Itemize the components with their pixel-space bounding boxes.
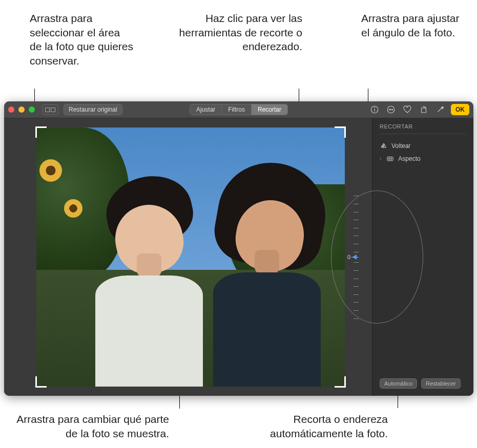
crop-handle-top-left[interactable] — [35, 126, 47, 138]
photo-preview[interactable] — [36, 127, 345, 387]
edit-mode-tabs: Ajustar Filtros Recortar — [190, 104, 288, 115]
aspect-row[interactable]: › Aspecto — [380, 152, 466, 165]
auto-crop-button[interactable]: Automático — [380, 378, 417, 389]
crop-frame[interactable] — [36, 127, 345, 387]
angle-pointer-icon — [352, 254, 357, 260]
aspect-icon — [386, 155, 394, 162]
svg-rect-7 — [422, 108, 426, 113]
tab-crop[interactable]: Recortar — [252, 104, 287, 115]
aspect-label: Aspecto — [398, 155, 420, 162]
auto-enhance-icon[interactable] — [434, 104, 446, 115]
flip-icon — [380, 142, 387, 150]
callout-crop-tab: Haz clic para ver las herramientas de re… — [159, 11, 302, 54]
done-button[interactable]: OK — [451, 104, 469, 115]
tab-adjust[interactable]: Ajustar — [190, 104, 222, 115]
svg-point-2 — [375, 108, 375, 108]
canvas-area: 0 — [4, 118, 372, 396]
callout-drag-photo: Arrastra para cambiar qué parte de la fo… — [5, 412, 169, 440]
svg-point-4 — [389, 109, 390, 110]
straighten-dial[interactable]: 0 — [339, 190, 368, 324]
chevron-right-icon: › — [380, 156, 381, 161]
favorite-heart-icon[interactable] — [402, 104, 413, 115]
photos-edit-window: Restaurar original Ajustar Filtros Recor… — [4, 101, 473, 396]
svg-point-5 — [390, 109, 391, 110]
flip-row[interactable]: Voltear — [380, 139, 466, 152]
close-window-button[interactable] — [8, 106, 14, 113]
callout-crop-handles: Arrastra para seleccionar el área de la … — [30, 11, 135, 68]
reset-crop-button[interactable]: Restablecer — [421, 378, 461, 389]
window-controls — [8, 106, 35, 113]
flip-label: Voltear — [391, 142, 410, 150]
zoom-window-button[interactable] — [29, 106, 35, 113]
view-mode-toggle[interactable] — [42, 104, 58, 115]
restore-original-button[interactable]: Restaurar original — [64, 104, 122, 115]
tab-filters[interactable]: Filtros — [222, 104, 252, 115]
crop-handle-bottom-left[interactable] — [35, 376, 47, 388]
minimize-window-button[interactable] — [18, 106, 25, 113]
rotate-icon[interactable] — [418, 104, 429, 115]
crop-handle-bottom-right[interactable] — [335, 376, 346, 388]
crop-handle-top-right[interactable] — [335, 126, 346, 138]
callout-auto-crop: Recorta o endereza automáticamente la fo… — [224, 412, 388, 440]
info-icon[interactable] — [369, 104, 380, 115]
panel-title: RECORTAR — [380, 123, 466, 134]
titlebar: Restaurar original Ajustar Filtros Recor… — [4, 101, 473, 118]
callout-angle-dial: Arrastra para ajustar el ángulo de la fo… — [361, 11, 461, 39]
more-icon[interactable] — [385, 104, 397, 115]
svg-point-6 — [392, 109, 393, 110]
angle-value-label: 0 — [347, 254, 350, 260]
